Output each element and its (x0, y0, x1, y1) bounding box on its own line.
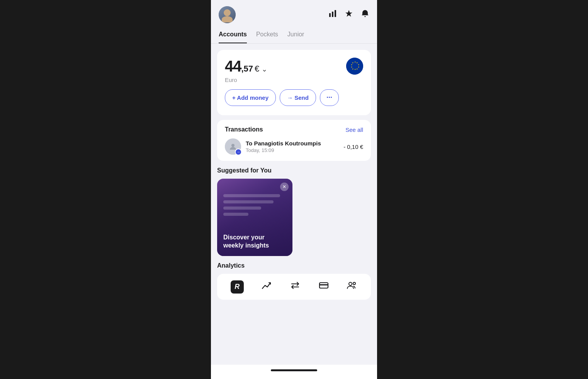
action-buttons: + Add money → Send ··· (225, 89, 363, 106)
balance-chevron[interactable]: ⌄ (262, 65, 267, 73)
svg-rect-16 (319, 284, 328, 285)
suggestion-card-title: Discover your weekly insights (223, 234, 286, 250)
group-icon (347, 280, 357, 294)
analytics-title: Analytics (217, 262, 371, 269)
svg-rect-2 (335, 10, 336, 17)
star-icon[interactable] (345, 9, 353, 20)
header-icons (328, 9, 369, 20)
deco-bar-1 (223, 194, 280, 197)
svg-rect-0 (329, 13, 331, 17)
tabs: Accounts Pockets Junior (211, 26, 377, 44)
revolut-r-icon: R (231, 280, 244, 294)
transactions-title: Transactions (225, 126, 263, 133)
tab-junior[interactable]: Junior (287, 28, 304, 43)
phone-container: Accounts Pockets Junior 44 ,57 € ⌄ (211, 0, 377, 379)
send-button[interactable]: → Send (280, 89, 316, 106)
svg-rect-1 (332, 12, 333, 17)
suggested-title: Suggested for You (217, 167, 371, 174)
add-money-button[interactable]: + Add money (225, 89, 276, 106)
transaction-avatar: → (225, 138, 241, 155)
transactions-header: Transactions See all (225, 126, 363, 133)
close-icon: ✕ (282, 184, 286, 190)
eu-flag-icon: ★ ★ ★ ★ ★ ★ ★ ★ ★ ★ (346, 58, 363, 75)
svg-point-14 (231, 144, 235, 147)
analytics-group-item[interactable] (347, 280, 357, 294)
transaction-info: To Panagiotis Koutroumpis Today, 15:09 (246, 140, 339, 153)
suggestion-card[interactable]: ✕ Discover your weekly insights (217, 179, 292, 256)
balance-currency: € (255, 64, 259, 74)
home-indicator (271, 369, 317, 371)
transaction-amount: - 0,10 € (343, 143, 363, 150)
tab-accounts[interactable]: Accounts (219, 28, 247, 43)
transactions-section: Transactions See all → To Pan (217, 120, 371, 161)
transfer-icon (290, 280, 301, 294)
balance-label: Euro (225, 77, 363, 83)
analytics-section: Analytics R (211, 256, 377, 300)
svg-point-18 (353, 282, 355, 285)
deco-bar-4 (223, 213, 248, 216)
bell-icon[interactable] (361, 9, 369, 20)
svg-point-3 (346, 58, 363, 75)
deco-bar-2 (223, 200, 274, 203)
suggestion-close-button[interactable]: ✕ (280, 183, 289, 191)
analytics-card-item[interactable] (318, 280, 329, 294)
card-decoration (223, 194, 286, 216)
transaction-send-badge: → (235, 149, 242, 155)
svg-point-17 (349, 282, 352, 285)
balance-row: 44 ,57 € ⌄ ★ ★ ★ ★ (225, 58, 363, 75)
suggestion-card-text: Discover your weekly insights (223, 234, 286, 250)
more-button[interactable]: ··· (320, 89, 339, 106)
transaction-item[interactable]: → To Panagiotis Koutroumpis Today, 15:09… (225, 138, 363, 155)
chart-icon[interactable] (328, 9, 337, 20)
balance-card: 44 ,57 € ⌄ ★ ★ ★ ★ (217, 50, 371, 115)
trend-chart-icon (261, 280, 272, 294)
tab-pockets[interactable]: Pockets (256, 28, 278, 43)
analytics-chart-item[interactable] (261, 280, 272, 294)
balance-main: 44 (225, 58, 241, 75)
card-icon (318, 280, 329, 294)
avatar[interactable] (219, 6, 236, 23)
balance-decimal: ,57 (241, 64, 253, 74)
analytics-transfer-item[interactable] (290, 280, 301, 294)
main-content: 44 ,57 € ⌄ ★ ★ ★ ★ (211, 44, 377, 365)
bottom-bar (211, 365, 377, 379)
deco-bar-3 (223, 207, 261, 210)
analytics-revolut-item[interactable]: R (231, 280, 244, 294)
balance-display: 44 ,57 € ⌄ (225, 58, 267, 75)
suggested-section: Suggested for You ✕ Discover your weekly… (211, 161, 377, 256)
header (211, 0, 377, 26)
see-all-link[interactable]: See all (345, 126, 363, 133)
transaction-name: To Panagiotis Koutroumpis (246, 140, 339, 147)
transaction-time: Today, 15:09 (246, 147, 339, 153)
analytics-icons-row: R (217, 274, 371, 300)
